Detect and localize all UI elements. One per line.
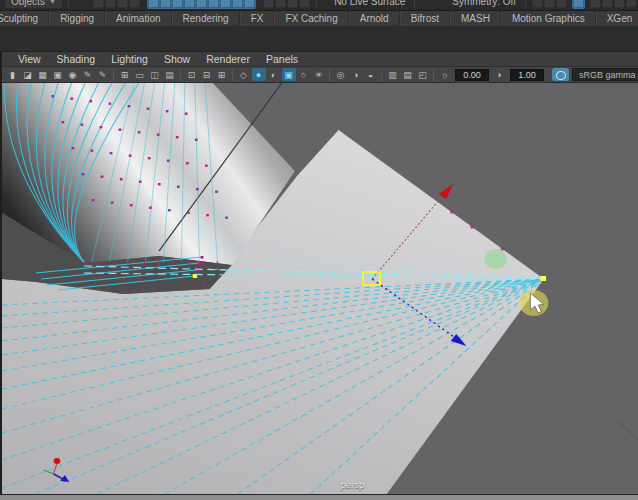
status-icon[interactable] <box>602 0 613 8</box>
color-management-toggle[interactable] <box>552 68 569 81</box>
status-icon[interactable] <box>244 0 255 8</box>
status-icon[interactable] <box>105 0 116 8</box>
lighting-icon[interactable]: ☀ <box>312 68 326 81</box>
snap-icon-strip <box>92 0 311 9</box>
divider <box>381 69 382 81</box>
panel-grip-icon[interactable]: ▮ <box>6 68 20 81</box>
shelf-tab[interactable]: Animation <box>105 11 171 26</box>
viewport-canvas[interactable] <box>2 83 638 494</box>
selection-mask-dropdown[interactable]: Objects ▼ <box>4 0 63 9</box>
shelf-tab[interactable]: Rigging <box>49 11 105 26</box>
icon-group <box>262 0 311 9</box>
status-icon[interactable] <box>172 0 183 8</box>
gamma-field[interactable]: 1.00 <box>510 69 544 81</box>
xray-joints-icon[interactable]: ◒ <box>364 68 378 81</box>
wireframe-on-shaded-icon[interactable]: ◐ <box>267 68 281 81</box>
status-icon[interactable] <box>220 0 231 8</box>
panel-menu-item[interactable]: Renderer <box>198 53 258 65</box>
status-icon[interactable] <box>287 0 298 8</box>
timeline-edge <box>0 495 638 500</box>
gamma-icon[interactable]: ◗ <box>493 68 507 81</box>
resolution-gate-icon[interactable]: ◫ <box>148 68 162 81</box>
view-transform-value: sRGB gamma <box>573 70 638 80</box>
shelf-tab[interactable]: Motion Graphics <box>501 11 596 26</box>
status-icon[interactable] <box>160 0 171 8</box>
safe-action-icon[interactable]: ⊟ <box>200 68 214 81</box>
panel-menu-item[interactable]: Panels <box>258 53 306 65</box>
field-chart-icon[interactable]: ⊡ <box>185 68 199 81</box>
divider <box>68 0 69 8</box>
status-icon[interactable] <box>148 0 159 8</box>
status-bar: Objects ▼ No Live Surface Symmetry: Off <box>0 0 638 11</box>
panel-menu-item[interactable]: Shading <box>49 53 104 65</box>
film-gate-icon[interactable]: ▭ <box>133 68 147 81</box>
symmetry-indicator[interactable]: Symmetry: Off <box>448 0 520 7</box>
status-icon[interactable] <box>544 0 555 8</box>
divider <box>525 0 526 8</box>
icon-group <box>531 0 568 9</box>
status-icon[interactable] <box>626 0 637 8</box>
safe-title-icon[interactable]: ⊞ <box>215 68 229 81</box>
viewport-toolbar: ▮◪▦▣◉✎✎⊞▭◫▤⊡⊟⊞◇●◐▣○☀◎◑◒▥▤◰☼ 0.00 ◗ 1.00 … <box>2 67 638 83</box>
wireframe-icon[interactable]: ◇ <box>237 68 251 81</box>
view-transform-dropdown[interactable]: sRGB gamma ▼ <box>572 68 638 81</box>
status-icon[interactable] <box>196 0 207 8</box>
bookmark-icon[interactable]: ◉ <box>66 68 80 81</box>
status-icon[interactable] <box>129 0 140 8</box>
camera-lock-icon[interactable]: ▣ <box>51 68 65 81</box>
status-icon[interactable] <box>556 0 567 8</box>
grease-pencil-frame-icon[interactable]: ✎ <box>96 68 110 81</box>
status-icon[interactable] <box>208 0 219 8</box>
shelf-tab[interactable]: Bifrost <box>400 11 450 26</box>
shelf-tab[interactable]: Arnold <box>349 11 400 26</box>
status-icon[interactable] <box>299 0 310 8</box>
status-icon[interactable] <box>184 0 195 8</box>
status-icon[interactable] <box>232 0 243 8</box>
grid-icon[interactable]: ⊞ <box>118 68 132 81</box>
grease-pencil-icon[interactable]: ✎ <box>81 68 95 81</box>
axis-x-ball <box>54 458 61 464</box>
exposure-icon[interactable]: ☼ <box>438 68 452 81</box>
icon-group <box>92 0 141 9</box>
scene-view: persp <box>2 83 638 494</box>
status-icon[interactable] <box>263 0 274 8</box>
divider <box>433 69 434 81</box>
status-icon[interactable] <box>275 0 286 8</box>
use-default-material-icon[interactable]: ○ <box>297 68 311 81</box>
shelf-tab[interactable]: XGen <box>596 11 638 26</box>
smooth-shade-icon[interactable]: ● <box>252 68 266 81</box>
snapshot-icon[interactable]: ▤ <box>401 68 415 81</box>
status-icon[interactable] <box>590 0 601 8</box>
textured-icon[interactable]: ▣ <box>282 68 296 81</box>
status-icon[interactable] <box>573 0 584 8</box>
shelf-tab[interactable]: Sculpting <box>0 11 49 26</box>
soft-select-highlight <box>484 249 506 269</box>
shelf-tab[interactable]: MASH <box>450 11 501 26</box>
status-icon[interactable] <box>117 0 128 8</box>
gate-mask-icon[interactable]: ▤ <box>163 68 177 81</box>
camera-select-icon[interactable]: ▦ <box>36 68 50 81</box>
panel-menubar: ViewShadingLightingShowRendererPanels <box>2 52 638 67</box>
panel-menu-item[interactable]: Lighting <box>103 53 156 65</box>
shelf-tab[interactable]: Rendering <box>172 11 240 26</box>
viewport-icon-strip: ▮◪▦▣◉✎✎⊞▭◫▤⊡⊟⊞◇●◐▣○☀◎◑◒▥▤◰☼ <box>5 68 452 81</box>
status-icon[interactable] <box>93 0 104 8</box>
object-details-icon[interactable]: ▥ <box>386 68 400 81</box>
live-surface-indicator[interactable]: No Live Surface <box>330 0 409 7</box>
status-icon[interactable] <box>614 0 625 8</box>
panel-menu-item[interactable]: Show <box>156 53 198 65</box>
divider <box>329 69 330 81</box>
shelf-tab[interactable]: FX Caching <box>274 11 348 26</box>
panel-menu-item[interactable]: View <box>10 53 49 65</box>
exposure-field[interactable]: 0.00 <box>455 69 489 81</box>
shelf-tab-bar: SculptingRiggingAnimationRenderingFXFX C… <box>0 11 638 27</box>
xray-icon[interactable]: ◑ <box>349 68 363 81</box>
divider <box>316 0 317 8</box>
isolate-select-icon[interactable]: ◎ <box>334 68 348 81</box>
divider <box>113 69 114 81</box>
view-cube-icon[interactable]: ◪ <box>21 68 35 81</box>
sidebar-toggle-icon-strip <box>531 0 638 9</box>
pane-layout-icon[interactable]: ◰ <box>416 68 430 81</box>
status-icon[interactable] <box>532 0 543 8</box>
shelf-tab[interactable]: FX <box>240 11 275 26</box>
